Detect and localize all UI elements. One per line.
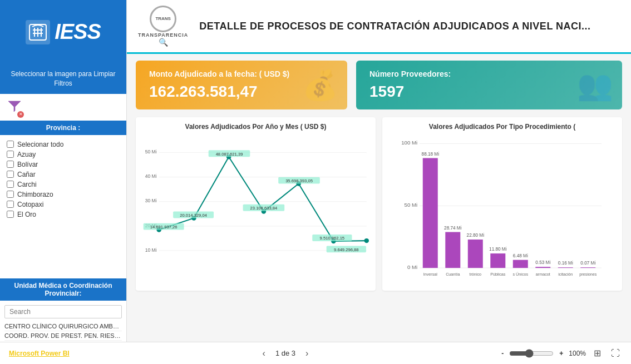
checkbox-cotopaxi-input[interactable] [7, 201, 14, 208]
dashboard-area: Monto Adjudicado a la fecha: ( USD $) 16… [127, 54, 631, 342]
zoom-plus-label: + [559, 350, 563, 357]
svg-rect-44 [490, 253, 505, 268]
svg-text:Cuantía: Cuantía [446, 272, 460, 277]
svg-text:0 Mi: 0 Mi [407, 264, 417, 270]
provincia-checkbox-list: Selecionar todo Azuay Bolívar Cañar Carc… [0, 137, 126, 275]
checkbox-carchi-input[interactable] [7, 181, 14, 188]
transparencia-logo: TRANS TRANSPARENCIA 🔍 [138, 6, 188, 47]
checkbox-el-oro[interactable]: El Oro [7, 210, 120, 220]
line-chart-card: Valores Adjudicados Por Año y Mes ( USD … [136, 117, 376, 291]
content-area: TRANS TRANSPARENCIA 🔍 DETALLE DE PROCESO… [127, 0, 631, 342]
svg-text:s Únicos: s Únicos [512, 272, 528, 277]
footer-right: - + 100% ⊞ ⛶ [501, 347, 622, 360]
zoom-slider[interactable] [509, 349, 554, 358]
next-page-button[interactable]: › [302, 347, 312, 360]
svg-text:Inversal: Inversal [423, 272, 438, 277]
svg-rect-46 [513, 260, 528, 268]
checkbox-bolivar-input[interactable] [7, 161, 14, 168]
checkbox-azuay-input[interactable] [7, 151, 14, 158]
checkbox-canar[interactable]: Cañar [7, 169, 120, 179]
checkbox-chimborazo-input[interactable] [7, 191, 14, 198]
list-item-centro[interactable]: CENTRO CLÍNICO QUIRURGICO AMBUL... [4, 322, 122, 331]
sidebar-logo: IESS [0, 0, 126, 64]
svg-text:88.18 Mi: 88.18 Mi [422, 152, 440, 157]
bar-chart-svg: 100 Mi 50 Mi 0 Mi [389, 135, 615, 285]
proveedores-card: Número Proveedores: 1597 👥 [356, 61, 622, 109]
svg-text:0.07 Mi: 0.07 Mi [580, 261, 595, 266]
fit-page-button[interactable]: ⊞ [591, 347, 603, 360]
monto-icon: 💰 [302, 68, 338, 102]
svg-text:armacot: armacot [536, 272, 550, 277]
filter-clear-x-icon[interactable]: ✕ [17, 111, 24, 118]
checkbox-canar-label: Cañar [17, 171, 36, 178]
prev-page-button[interactable]: ‹ [259, 347, 269, 360]
svg-rect-50 [558, 267, 573, 268]
svg-text:10 Mi: 10 Mi [145, 247, 157, 253]
iess-logo-text: IESS [55, 20, 101, 44]
checkbox-chimborazo[interactable]: Chimborazo [7, 190, 120, 200]
checkbox-select-all-label: Selecionar todo [17, 141, 63, 148]
proveedores-label: Número Proveedores: [369, 69, 609, 78]
svg-text:23.108.633,84: 23.108.633,84 [250, 206, 278, 211]
svg-text:0.16 Mi: 0.16 Mi [558, 261, 573, 266]
svg-rect-42 [468, 240, 483, 268]
page-title: DETALLE DE PROCESOS DE CONTRATACIÓN ADJU… [199, 21, 620, 32]
svg-text:14.691.937,26: 14.691.937,26 [150, 225, 178, 230]
transparencia-logo-area: TRANS TRANSPARENCIA 🔍 [138, 6, 188, 47]
checkbox-bolivar-label: Bolívar [17, 161, 38, 168]
zoom-minus-label: - [501, 350, 504, 357]
svg-text:50 Mi: 50 Mi [405, 202, 418, 208]
zoom-percent: 100% [569, 350, 586, 357]
list-item-coord[interactable]: COORD. PROV. DE PREST. PEN. RIESG. T... [4, 331, 122, 341]
svg-rect-48 [535, 267, 550, 268]
stats-row: Monto Adjudicado a la fecha: ( USD $) 16… [136, 61, 622, 109]
clear-filters-button[interactable]: Seleccionar la imagen para Limpiar Filtr… [0, 64, 126, 94]
fullscreen-button[interactable]: ⛶ [609, 347, 622, 360]
line-chart-svg: 50 Mi 40 Mi 30 Mi 20 Mi 10 Mi [142, 135, 369, 285]
checkbox-azuay[interactable]: Azuay [7, 149, 120, 159]
checkbox-cotopaxi-label: Cotopaxi [17, 201, 43, 208]
svg-text:11.80 Mi: 11.80 Mi [489, 247, 507, 252]
svg-text:100 Mi: 100 Mi [401, 139, 417, 146]
footer-left: Microsoft Power BI [9, 350, 70, 357]
svg-text:40 Mi: 40 Mi [145, 173, 157, 179]
svg-text:9.510.862,15: 9.510.862,15 [320, 236, 345, 241]
proveedores-icon: 👥 [577, 68, 613, 102]
svg-text:35.698.393,05: 35.698.393,05 [285, 178, 313, 183]
svg-text:9.649.296,88: 9.649.296,88 [334, 247, 359, 252]
charts-row: Valores Adjudicados Por Año y Mes ( USD … [136, 117, 622, 291]
filter-area: ✕ [0, 94, 126, 121]
checkbox-cotopaxi[interactable]: Cotopaxi [7, 200, 120, 210]
checkbox-select-all[interactable]: Selecionar todo [7, 139, 120, 149]
filter-icon-wrapper: ✕ [7, 98, 22, 116]
bar-chart-title: Valores Adjudicados Por Tipo Procedimien… [389, 123, 615, 131]
transparencia-label: TRANSPARENCIA [138, 32, 188, 38]
footer-center: ‹ 1 de 3 › [259, 347, 312, 360]
checkbox-carchi-label: Carchi [17, 181, 37, 188]
footer: Microsoft Power BI ‹ 1 de 3 › - + 100% ⊞… [0, 342, 631, 364]
checkbox-chimborazo-label: Chimborazo [17, 191, 53, 198]
bar-chart-card: Valores Adjudicados Por Tipo Procedimien… [382, 117, 622, 291]
svg-text:30 Mi: 30 Mi [145, 198, 157, 203]
svg-rect-40 [445, 232, 460, 268]
powerbi-link[interactable]: Microsoft Power BI [9, 350, 70, 357]
sidebar: IESS Seleccionar la imagen para Limpiar … [0, 0, 127, 342]
proveedores-value: 1597 [369, 83, 609, 101]
bar-chart-container: 100 Mi 50 Mi 0 Mi [389, 135, 615, 285]
svg-text:48.087.621,39: 48.087.621,39 [216, 152, 243, 157]
monto-card: Monto Adjudicado a la fecha: ( USD $) 16… [136, 61, 347, 109]
line-chart-title: Valores Adjudicados Por Año y Mes ( USD … [142, 123, 369, 131]
checkbox-el-oro-input[interactable] [7, 211, 14, 218]
header-bar: TRANS TRANSPARENCIA 🔍 DETALLE DE PROCESO… [127, 0, 631, 54]
checkbox-carchi[interactable]: Carchi [7, 179, 120, 190]
transparencia-circle: TRANS [150, 6, 176, 32]
svg-text:20.014.329,04: 20.014.329,04 [180, 213, 208, 218]
unidad-list: CENTRO CLÍNICO QUIRURGICO AMBUL... COORD… [0, 321, 126, 342]
svg-text:6.48 Mi: 6.48 Mi [513, 253, 528, 258]
checkbox-canar-input[interactable] [7, 171, 14, 178]
search-input[interactable] [4, 305, 122, 318]
checkbox-bolivar[interactable]: Bolívar [7, 159, 120, 169]
page-info: 1 de 3 [275, 349, 295, 357]
svg-text:0.53 Mi: 0.53 Mi [535, 260, 550, 265]
checkbox-select-all-input[interactable] [7, 141, 14, 148]
